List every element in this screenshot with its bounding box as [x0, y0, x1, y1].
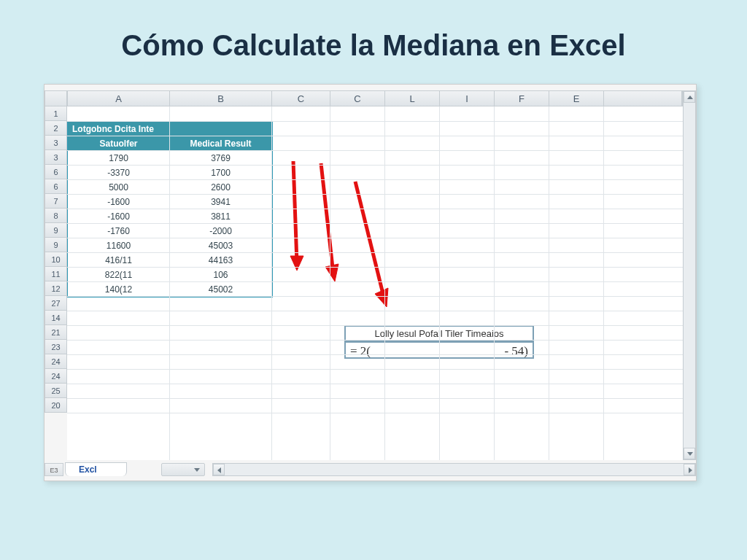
cell[interactable]: 3811: [170, 209, 272, 224]
cell[interactable]: -2000: [170, 224, 272, 238]
cell[interactable]: 44163: [170, 253, 272, 268]
table-row: 140(1245002: [68, 282, 272, 297]
cell[interactable]: 3769: [170, 151, 272, 166]
cell[interactable]: -1600: [68, 195, 170, 209]
cell[interactable]: 1790: [68, 151, 170, 166]
cell[interactable]: 45003: [170, 238, 272, 253]
column-header[interactable]: I: [440, 91, 495, 106]
spreadsheet-grid[interactable]: Lotgobnc Dcita Inte Satuolfer Medical Re…: [67, 106, 683, 460]
row-header[interactable]: 6: [44, 179, 67, 194]
page-title: Cómo Calculate la Mediana en Excel: [0, 0, 747, 84]
row-header[interactable]: 3: [44, 136, 67, 150]
column-a-header: Satuolfer: [68, 136, 170, 151]
cell[interactable]: 45002: [170, 282, 272, 297]
row-header[interactable]: 21: [44, 325, 67, 340]
svg-marker-5: [375, 288, 388, 307]
scroll-up-button[interactable]: [684, 91, 695, 103]
row-header[interactable]: 24: [44, 369, 67, 384]
column-header[interactable]: A: [68, 91, 170, 106]
table-row: 17903769: [68, 151, 272, 166]
row-header[interactable]: 10: [44, 252, 67, 267]
cell[interactable]: 3941: [170, 195, 272, 209]
select-all-corner[interactable]: [44, 90, 67, 106]
cell[interactable]: 1700: [170, 166, 272, 180]
row-header[interactable]: 20: [44, 398, 67, 413]
cell[interactable]: -1760: [68, 224, 170, 238]
table-row: 50002600: [68, 180, 272, 195]
horizontal-scrollbar[interactable]: [212, 463, 696, 476]
row-header[interactable]: 9: [44, 223, 67, 238]
formula-left: = 2(: [350, 344, 371, 359]
vertical-scrollbar[interactable]: [683, 90, 696, 460]
row-header[interactable]: 27: [44, 296, 67, 311]
column-header[interactable]: L: [385, 91, 440, 106]
sheet-tab[interactable]: Excl: [65, 462, 127, 476]
cell[interactable]: 5000: [68, 180, 170, 195]
cell[interactable]: 140(12: [68, 282, 170, 297]
column-header[interactable]: C: [272, 91, 330, 106]
row-header[interactable]: 8: [44, 209, 67, 223]
row-header[interactable]: 6: [44, 165, 67, 179]
formula-right: - 54): [504, 344, 528, 359]
row-header[interactable]: 12: [44, 281, 67, 296]
column-header[interactable]: F: [495, 91, 549, 106]
sheet-tab-dropdown[interactable]: [161, 463, 205, 476]
column-header[interactable]: E: [549, 91, 604, 106]
arrow-icon: [344, 176, 410, 322]
cell[interactable]: 11600: [68, 238, 170, 253]
cell[interactable]: 822(11: [68, 268, 170, 282]
scroll-right-button[interactable]: [684, 464, 695, 475]
svg-line-0: [293, 161, 297, 263]
row-header[interactable]: 7: [44, 194, 67, 209]
column-b-header: Medical Result: [170, 136, 272, 151]
row-header[interactable]: 25: [44, 384, 67, 398]
cell[interactable]: 2600: [170, 180, 272, 195]
table-row: -16003941: [68, 195, 272, 209]
scroll-left-button[interactable]: [213, 464, 225, 475]
table-row: -33701700: [68, 166, 272, 180]
table-row: 822(11106: [68, 268, 272, 282]
cell[interactable]: -1600: [68, 209, 170, 224]
cell[interactable]: 416/11: [68, 253, 170, 268]
scroll-down-button[interactable]: [684, 448, 695, 459]
table-title: Lotgobnc Dcita Inte: [68, 122, 272, 136]
row-header[interactable]: 3: [44, 150, 67, 165]
column-header-row: ABCCLIFE: [67, 90, 683, 106]
status-cell-ref: E3: [44, 463, 63, 476]
row-header[interactable]: 1: [44, 106, 67, 121]
excel-window: ABCCLIFE 1233667899101112271421232424252…: [44, 84, 697, 481]
table-row: 416/1144163: [68, 253, 272, 268]
table-row: -16003811: [68, 209, 272, 224]
data-table: Lotgobnc Dcita Inte Satuolfer Medical Re…: [67, 121, 273, 298]
row-header[interactable]: 23: [44, 340, 67, 354]
row-header[interactable]: 24: [44, 354, 67, 369]
row-header[interactable]: 11: [44, 267, 67, 281]
row-header[interactable]: 2: [44, 121, 67, 136]
row-header[interactable]: 14: [44, 311, 67, 325]
row-header-column: 12336678991011122714212324242520: [44, 106, 67, 413]
column-header[interactable]: C: [330, 91, 385, 106]
table-row: -1760-2000: [68, 224, 272, 238]
cell[interactable]: 106: [170, 268, 272, 282]
column-header[interactable]: B: [170, 91, 272, 106]
svg-marker-1: [290, 256, 303, 271]
row-header[interactable]: 9: [44, 238, 67, 252]
table-row: 1160045003: [68, 238, 272, 253]
cell[interactable]: -3370: [68, 166, 170, 180]
